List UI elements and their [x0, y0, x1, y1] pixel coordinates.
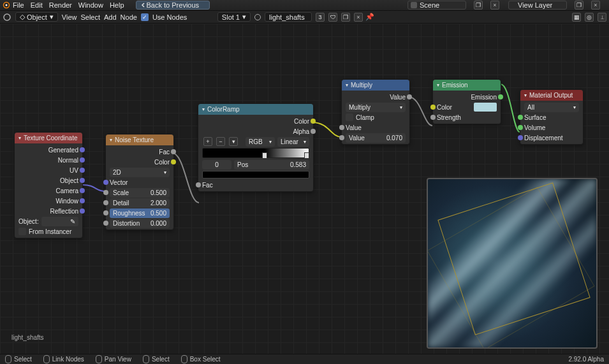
- from-instancer-checkbox[interactable]: From Instancer: [15, 226, 82, 237]
- ramp-stop-0[interactable]: [262, 152, 267, 159]
- ramp-pos[interactable]: Pos0.583: [234, 160, 309, 170]
- roughness-value: 0.500: [150, 210, 166, 217]
- color-swatch[interactable]: [474, 103, 497, 112]
- header-opt1-button[interactable]: ▦: [572, 13, 581, 22]
- scale-value: 0.500: [150, 189, 166, 196]
- menu-edit[interactable]: Edit: [31, 1, 43, 9]
- viewport-preview[interactable]: [427, 178, 598, 349]
- mouse-left-icon: [5, 355, 11, 363]
- node-header[interactable]: ▾Texture Coordinate: [15, 133, 82, 143]
- collapse-icon: ▾: [18, 135, 21, 141]
- object-mode-select[interactable]: ◇ Object ▾: [15, 12, 58, 22]
- pos-value: 0.583: [290, 161, 306, 168]
- menu-help[interactable]: Help: [110, 1, 124, 9]
- pin-icon[interactable]: 📌: [365, 13, 374, 22]
- ramp-remove-stop[interactable]: −: [216, 137, 225, 146]
- operation-select[interactable]: Multiply▾: [346, 103, 406, 112]
- header-opt2-button[interactable]: ◎: [585, 13, 594, 22]
- status-box-select: Box Select: [181, 355, 221, 363]
- viewlayer-field[interactable]: View Layer: [508, 1, 567, 10]
- node-title: Material Output: [529, 92, 573, 99]
- color-ramp-node[interactable]: ▾ColorRamp Color Alpha + − ▾ RGB▾ Linear…: [198, 103, 314, 192]
- node-header[interactable]: ▾Emission: [433, 80, 501, 91]
- material-name-field[interactable]: light_shafts: [265, 12, 312, 22]
- out-color: Color: [198, 116, 313, 126]
- in-vector: Vector: [106, 177, 173, 187]
- scale-label: Scale: [113, 189, 129, 196]
- eyedropper-icon[interactable]: ✎: [70, 218, 75, 225]
- noise-texture-node[interactable]: ▾Noise Texture Fac Color 2D▾ Vector Scal…: [105, 134, 174, 230]
- ramp-gradient[interactable]: [202, 148, 309, 158]
- out-value: Value: [342, 92, 409, 102]
- ramp-color-row[interactable]: [202, 171, 309, 178]
- texture-coordinate-node[interactable]: ▾Texture Coordinate Generated Normal UV …: [14, 132, 83, 238]
- scene-delete-button[interactable]: ×: [490, 1, 499, 10]
- fake-user-button[interactable]: 🛡: [328, 13, 337, 22]
- object-picker-label: Object:: [18, 218, 39, 225]
- mouse-drag-icon: [181, 355, 187, 363]
- use-nodes-checkbox[interactable]: ✓: [141, 13, 149, 21]
- in-color[interactable]: Color: [433, 102, 501, 112]
- output-target-select[interactable]: All▾: [524, 103, 579, 112]
- node-header[interactable]: ▾ColorRamp: [198, 104, 313, 115]
- object-field[interactable]: ✎: [41, 217, 78, 226]
- user-count-label[interactable]: 3: [316, 13, 325, 22]
- node-editor-toolbar: ◇ Object ▾ View Select Add Node ✓ Use No…: [0, 11, 609, 24]
- v2-label: Value: [349, 135, 365, 142]
- svg-point-3: [255, 14, 261, 20]
- viewlayer-new-button[interactable]: ❐: [575, 1, 583, 10]
- header-node-menu[interactable]: Node: [121, 13, 137, 21]
- detail-value: 2.000: [150, 200, 166, 207]
- menu-file[interactable]: File: [13, 1, 24, 9]
- dimensions-select[interactable]: 2D▾: [110, 168, 170, 177]
- new-material-button[interactable]: ❐: [341, 13, 350, 22]
- viewlayer-delete-button[interactable]: ×: [591, 1, 600, 10]
- detail-field[interactable]: Detail2.000: [110, 198, 170, 208]
- back-to-previous-button[interactable]: Back to Previous: [136, 1, 210, 10]
- back-label: Back to Previous: [147, 1, 200, 9]
- unlink-material-button[interactable]: ×: [354, 13, 363, 22]
- node-header[interactable]: ▾Material Output: [520, 90, 583, 101]
- editor-type-icon[interactable]: [3, 13, 11, 22]
- header-select-menu[interactable]: Select: [80, 13, 100, 21]
- scene-icon: [411, 2, 417, 8]
- scene-new-button[interactable]: ❐: [474, 1, 483, 10]
- out-alpha: Alpha: [198, 126, 313, 136]
- scene-field[interactable]: Scene: [407, 1, 466, 10]
- collapse-icon: ▾: [202, 106, 205, 112]
- node-editor-canvas[interactable]: ▾Texture Coordinate Generated Normal UV …: [0, 24, 609, 354]
- math-multiply-node[interactable]: ▾Multiply Value Multiply▾ Clamp Value Va…: [341, 79, 410, 145]
- distortion-field[interactable]: Distortion0.000: [110, 219, 170, 228]
- ramp-index[interactable]: 0: [202, 160, 231, 170]
- ramp-interp[interactable]: Linear▾: [277, 137, 309, 147]
- ramp-menu[interactable]: ▾: [229, 137, 238, 146]
- use-nodes-label: Use Nodes: [152, 13, 187, 21]
- ramp-add-stop[interactable]: +: [203, 137, 212, 146]
- out-window: Window: [15, 196, 82, 206]
- header-opt3-button[interactable]: ⟂: [598, 13, 606, 22]
- ramp-stop-1[interactable]: [304, 152, 309, 159]
- slot-select[interactable]: Slot 1▾: [217, 12, 251, 22]
- node-header[interactable]: ▾Noise Texture: [106, 135, 173, 145]
- slot-label: Slot 1: [222, 13, 240, 21]
- node-header[interactable]: ▾Multiply: [342, 80, 409, 91]
- material-output-node[interactable]: ▾Material Output All▾ Surface Volume Dis…: [520, 89, 583, 145]
- scale-field[interactable]: Scale0.500: [110, 188, 170, 198]
- scene-label: Scene: [420, 1, 439, 9]
- clamp-checkbox[interactable]: Clamp: [342, 112, 409, 122]
- object-picker[interactable]: Object: ✎: [15, 216, 82, 226]
- header-add-menu[interactable]: Add: [104, 13, 117, 21]
- value-2-field[interactable]: Value0.070: [346, 133, 406, 143]
- emission-node[interactable]: ▾Emission Emission Color Strength: [432, 79, 501, 124]
- ramp-colmode[interactable]: RGB▾: [246, 137, 275, 147]
- header-view-menu[interactable]: View: [62, 13, 77, 21]
- status-link-nodes: Link Nodes: [43, 355, 84, 363]
- menu-render[interactable]: Render: [49, 1, 72, 9]
- menu-window[interactable]: Window: [78, 1, 103, 9]
- out-camera: Camera: [15, 186, 82, 196]
- node-title: Emission: [442, 82, 468, 89]
- roughness-field[interactable]: Roughness0.500: [110, 208, 170, 218]
- chevron-down-icon: ▾: [242, 13, 246, 21]
- material-list-icon[interactable]: [253, 13, 262, 22]
- path-label: light_shafts: [11, 334, 44, 341]
